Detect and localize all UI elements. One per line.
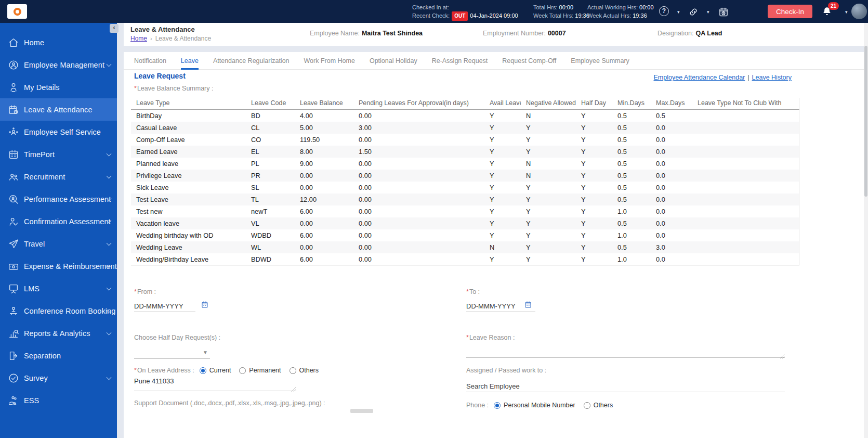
sidebar-item-my-details[interactable]: My Details <box>0 76 117 98</box>
address-radio-current[interactable]: Current <box>200 367 231 374</box>
table-cell: N <box>521 170 576 182</box>
tab-employee-summary[interactable]: Employee Summary <box>571 52 629 70</box>
file-upload-button[interactable] <box>350 409 373 413</box>
column-header-max-days: Max.Days <box>651 98 692 110</box>
table-cell: 0.5 <box>612 158 651 170</box>
assigned-work-search-input[interactable] <box>466 381 785 392</box>
from-date-label: *From : <box>134 288 156 295</box>
sidebar-item-performance-assessment[interactable]: Performance Assessment <box>0 188 117 210</box>
resize-grip-icon[interactable] <box>291 385 296 390</box>
scrollbar-thumb[interactable] <box>864 46 867 197</box>
table-cell: SL <box>246 182 295 194</box>
link-icon[interactable] <box>688 7 699 17</box>
table-cell: 0.0 <box>651 182 692 194</box>
company-logo[interactable] <box>7 4 27 19</box>
help-icon[interactable]: ? <box>659 6 669 16</box>
table-cell: 119.50 <box>295 134 353 146</box>
table-cell: 0.5 <box>612 134 651 146</box>
actual-working-hrs-label: Actual Working Hrs: <box>587 4 638 10</box>
employee-attendance-calendar-link[interactable]: Employee Attendance Calendar <box>654 74 745 81</box>
table-cell: 0.5 <box>651 110 692 122</box>
sidebar-item-employee-self-service[interactable]: Employee Self Service <box>0 121 117 143</box>
sidebar-collapse-button[interactable]: ‹ <box>110 24 119 33</box>
sidebar-item-ess[interactable]: ESS <box>0 389 117 411</box>
required-asterisk: * <box>134 367 137 374</box>
table-cell: Y <box>484 205 521 217</box>
sidebar-item-survey[interactable]: Survey <box>0 367 117 389</box>
vertical-scrollbar[interactable] <box>864 23 868 438</box>
table-cell: Test new <box>131 205 246 217</box>
sidebar-item-label: Recruitment <box>24 173 65 181</box>
sidebar-item-label: LMS <box>24 285 40 293</box>
table-cell: 6.00 <box>295 229 353 241</box>
table-cell: BD <box>246 110 295 122</box>
sidebar-item-label: Confirmation Assessment <box>24 217 111 226</box>
table-cell: 12.00 <box>295 194 353 205</box>
tab-request-comp-off[interactable]: Request Comp-Off <box>502 52 556 70</box>
from-calendar-icon[interactable] <box>201 300 209 309</box>
table-row: Sick LeaveSL0.000.00YYY0.50.0 <box>131 182 799 194</box>
sidebar-item-expense-reimbursement[interactable]: Expense & Reimbursement <box>0 255 117 277</box>
tab-optional-holiday[interactable]: Optional Holiday <box>370 52 417 70</box>
sidebar-item-lms[interactable]: LMS <box>0 277 117 300</box>
table-cell <box>692 205 799 217</box>
sidebar-item-employee-management[interactable]: Employee Management <box>0 54 117 76</box>
check-in-button[interactable]: Check-In <box>768 5 812 18</box>
sidebar-item-leave-attendance[interactable]: Leave & Attendance <box>0 98 117 121</box>
tab-re-assign-request[interactable]: Re-Assign Request <box>432 52 488 70</box>
table-cell: Y <box>576 241 612 253</box>
chevron-down-icon[interactable]: ▾ <box>677 9 680 15</box>
sidebar-item-separation[interactable]: Separation <box>0 344 117 367</box>
resize-grip-icon[interactable] <box>780 352 785 357</box>
on-leave-address-textarea[interactable]: Pune 411033 <box>134 377 296 391</box>
leave-reason-textarea[interactable] <box>466 343 785 358</box>
tab-work-from-home[interactable]: Work From Home <box>304 52 355 70</box>
chevron-down-icon <box>107 286 112 291</box>
breadcrumb-current: Leave & Attendance <box>155 35 211 42</box>
column-header-leave-type: Leave Type <box>131 98 246 110</box>
to-calendar-icon[interactable] <box>524 300 532 309</box>
sidebar-item-conference-room-booking[interactable]: Conference Room Booking <box>0 300 117 322</box>
recent-check-value: 04-Jan-2024 09:00 <box>470 12 518 19</box>
breadcrumb-home-link[interactable]: Home <box>130 35 147 42</box>
half-day-select[interactable]: ▼ <box>134 346 210 359</box>
table-row: BirthDayBD4.000.00YNY0.50.5 <box>131 110 799 122</box>
radio-label: Others <box>299 367 319 374</box>
chevron-down-icon[interactable]: ▾ <box>707 9 709 15</box>
chevron-down-icon <box>107 330 112 336</box>
table-cell: Wedding/Birthday Leave <box>131 253 246 266</box>
from-date-input[interactable] <box>134 301 195 312</box>
tab-leave[interactable]: Leave <box>181 52 199 70</box>
sidebar-item-home[interactable]: Home <box>0 31 117 54</box>
sidebar-item-recruitment[interactable]: Recruitment <box>0 165 117 188</box>
sidebar-item-timeport[interactable]: TimePort <box>0 143 117 165</box>
table-cell: 0.0 <box>651 229 692 241</box>
tab-attendance-regularization[interactable]: Attendance Regularization <box>213 52 290 70</box>
table-cell <box>692 182 799 194</box>
employment-number-value: 00007 <box>548 30 566 37</box>
address-radio-others[interactable]: Others <box>290 367 319 374</box>
tab-notification[interactable]: Notification <box>134 52 166 70</box>
table-cell: Casual Leave <box>131 122 246 134</box>
sidebar-item-label: Performance Assessment <box>24 195 111 203</box>
phone-radio-others[interactable]: Others <box>584 402 613 409</box>
radio-icon <box>584 402 590 409</box>
sidebar-item-travel[interactable]: Travel <box>0 233 117 255</box>
leave-history-link[interactable]: Leave History <box>752 74 792 81</box>
table-cell: N <box>521 158 576 170</box>
calendar-clock-icon[interactable] <box>718 7 729 17</box>
table-cell: Y <box>521 217 576 229</box>
column-header-leave-code: Leave Code <box>246 98 295 110</box>
reports-analytics-icon <box>8 328 19 339</box>
chevron-down-icon[interactable]: ▾ <box>845 9 848 15</box>
table-cell: 3.0 <box>651 241 692 253</box>
phone-radio-personal-mobile-number[interactable]: Personal Mobile Number <box>494 402 575 409</box>
sidebar-item-confirmation-assessment[interactable]: Confirmation Assessment <box>0 210 117 233</box>
table-cell: 8.00 <box>295 146 353 158</box>
designation-label: Designation: <box>657 30 694 37</box>
recent-check-label: Recent Check: <box>412 12 450 19</box>
address-radio-permanent[interactable]: Permanent <box>239 367 281 374</box>
user-avatar[interactable] <box>851 4 867 19</box>
checkin-status-block: Checked In at: Recent Check:OUT04-Jan-20… <box>412 3 518 21</box>
sidebar-item-reports-analytics[interactable]: Reports & Analytics <box>0 322 117 344</box>
